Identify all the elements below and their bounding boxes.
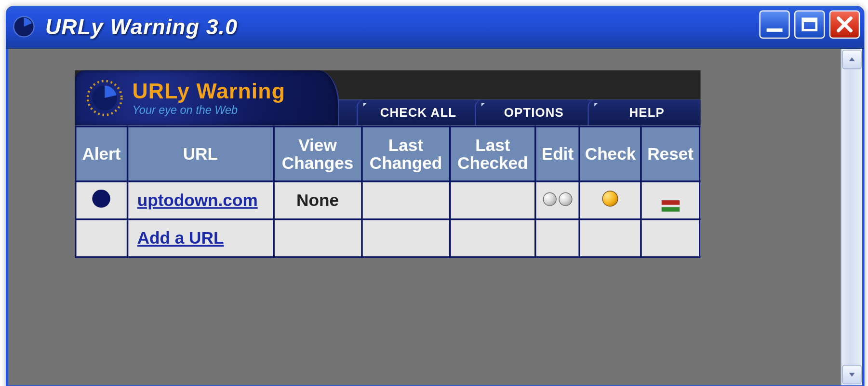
options-label: OPTIONS bbox=[504, 105, 564, 120]
edit-icon bbox=[543, 193, 556, 206]
col-view-changes: View Changes bbox=[274, 126, 362, 181]
cell-empty bbox=[76, 219, 127, 257]
cell-empty bbox=[535, 219, 579, 257]
table-row-add: Add a URL bbox=[76, 219, 700, 257]
edit-icon bbox=[559, 193, 572, 206]
check-all-button[interactable]: CHECK ALL bbox=[356, 100, 474, 126]
logo-spinner-icon bbox=[84, 77, 126, 119]
url-table: Alert URL View Changes Last Changed Last bbox=[75, 125, 701, 258]
app-icon bbox=[13, 15, 35, 38]
check-all-label: CHECK ALL bbox=[380, 105, 457, 120]
app-header: URLy Warning Your eye on the Web CHECK A… bbox=[75, 70, 701, 126]
window-title: URLy Warning 3.0 bbox=[45, 14, 238, 39]
scroll-down-button[interactable] bbox=[842, 365, 861, 384]
reset-green-bar-icon bbox=[661, 207, 680, 211]
cell-last-checked bbox=[450, 181, 535, 220]
col-last-changed: Last Changed bbox=[362, 126, 450, 181]
cell-edit bbox=[535, 181, 579, 220]
help-button[interactable]: HELP bbox=[588, 100, 700, 126]
col-last-checked: Last Checked bbox=[450, 126, 535, 181]
reset-button[interactable] bbox=[661, 200, 680, 211]
cell-alert bbox=[76, 181, 127, 220]
app-window: URLy Warning 3.0 bbox=[6, 6, 864, 386]
scroll-up-button[interactable] bbox=[842, 50, 861, 69]
cell-view-changes[interactable]: None bbox=[274, 181, 362, 220]
col-reset: Reset bbox=[641, 126, 699, 181]
cell-empty bbox=[641, 219, 699, 257]
cell-reset bbox=[641, 181, 699, 220]
col-edit: Edit bbox=[535, 126, 579, 181]
col-check: Check bbox=[580, 126, 641, 181]
edit-button[interactable] bbox=[543, 193, 572, 206]
col-alert: Alert bbox=[76, 126, 127, 181]
vertical-scrollbar[interactable] bbox=[841, 49, 862, 385]
cell-last-changed bbox=[362, 181, 450, 220]
col-url: URL bbox=[127, 126, 273, 181]
cell-empty bbox=[362, 219, 450, 257]
logo-panel: URLy Warning Your eye on the Web bbox=[75, 70, 339, 126]
cell-add-url: Add a URL bbox=[127, 219, 273, 257]
cell-empty bbox=[274, 219, 362, 257]
table-header-row: Alert URL View Changes Last Changed Last bbox=[76, 126, 700, 181]
cell-url: uptodown.com bbox=[127, 181, 273, 220]
logo-subtitle: Your eye on the Web bbox=[133, 104, 286, 115]
add-url-link[interactable]: Add a URL bbox=[137, 229, 224, 248]
logo-title: URLy Warning bbox=[133, 81, 286, 102]
window-maximize-button[interactable] bbox=[794, 10, 825, 39]
titlebar[interactable]: URLy Warning 3.0 bbox=[6, 6, 864, 49]
url-link[interactable]: uptodown.com bbox=[137, 191, 258, 209]
toolbar: CHECK ALL OPTIONS HELP bbox=[356, 100, 700, 126]
cell-empty bbox=[580, 219, 641, 257]
client-area: URLy Warning Your eye on the Web CHECK A… bbox=[6, 49, 864, 386]
window-minimize-button[interactable] bbox=[759, 10, 789, 39]
reset-red-bar-icon bbox=[661, 200, 680, 205]
cell-check bbox=[580, 181, 641, 220]
cell-empty bbox=[450, 219, 535, 257]
options-button[interactable]: OPTIONS bbox=[475, 100, 588, 126]
window-close-button[interactable] bbox=[829, 10, 860, 39]
check-button[interactable] bbox=[602, 191, 618, 207]
alert-dot-icon[interactable] bbox=[93, 189, 111, 207]
table-row: uptodown.com None bbox=[76, 181, 700, 220]
help-label: HELP bbox=[629, 105, 664, 120]
